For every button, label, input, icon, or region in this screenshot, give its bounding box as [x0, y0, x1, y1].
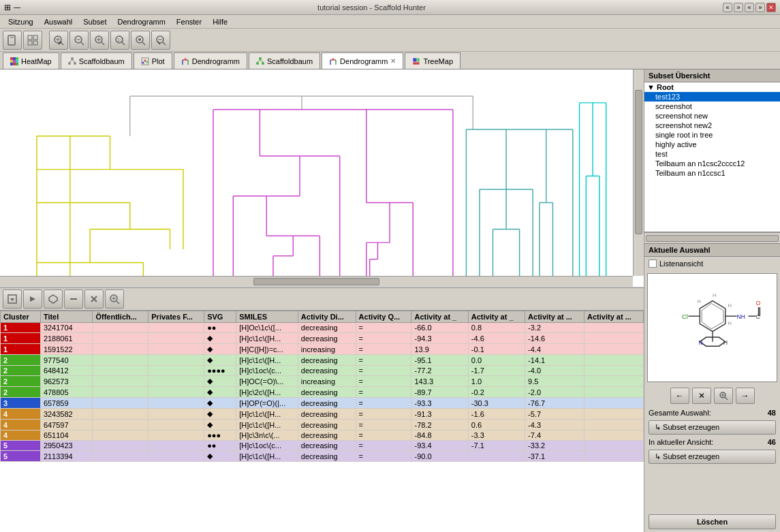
- zoom-button[interactable]: [105, 290, 124, 309]
- export-button[interactable]: [3, 290, 22, 309]
- col-actat3[interactable]: Activity at ...: [525, 311, 584, 323]
- zoom-out2-button[interactable]: [151, 31, 170, 50]
- subset-erzeugen-btn1[interactable]: ↳ Subset erzeugen: [649, 420, 776, 435]
- minimize-icon[interactable]: —: [14, 3, 20, 11]
- subset-item[interactable]: screenshot new2: [644, 121, 780, 130]
- col-actat2[interactable]: Activity at _: [468, 311, 525, 323]
- subset-item[interactable]: screenshot new: [644, 111, 780, 121]
- table-row[interactable]: 52950423●●[H]c\1oc\(c...decreasing=-93.4…: [1, 441, 644, 451]
- dendro-scroll-thumb-v[interactable]: [635, 90, 642, 234]
- table-row[interactable]: 11591522◆[H]C([H])=c...increasing=13.9-0…: [1, 344, 644, 355]
- menu-dendrogramm[interactable]: Dendrogramm: [112, 17, 171, 27]
- menu-sitzung[interactable]: Sitzung: [3, 17, 39, 27]
- menu-subset[interactable]: Subset: [78, 17, 112, 27]
- zoom-fit-button[interactable]: 1:1: [110, 31, 129, 50]
- cell-1: 2113394: [40, 451, 93, 462]
- table-row[interactable]: 2478805◆[H]c\2c\([H...decreasing=-89.7-0…: [1, 387, 644, 398]
- menu-auswahl[interactable]: Auswahl: [39, 17, 78, 27]
- tab-scaffoldbaum2[interactable]: Scaffoldbaum: [249, 52, 320, 69]
- zoom-in-button[interactable]: [49, 31, 68, 50]
- svg-rect-35: [16, 63, 18, 65]
- dendro-scrollbar-horizontal[interactable]: [0, 276, 633, 287]
- tab-treemap-label: TreeMap: [423, 57, 453, 65]
- tab-scaffoldbaum1[interactable]: Scaffoldbaum: [61, 52, 132, 69]
- subset-item[interactable]: screenshot: [644, 101, 780, 111]
- zoom-in2-button[interactable]: [90, 31, 109, 50]
- cell-2: [93, 344, 149, 355]
- table-row[interactable]: 2962573◆[H]OC(=O)\...increasing=143.31.0…: [1, 376, 644, 387]
- subset-tree[interactable]: ▼ Root test123screenshotscreenshot newsc…: [644, 82, 780, 232]
- selection-prev-button[interactable]: ←: [670, 388, 689, 404]
- cell-5: [H]c\1oc\(c...: [236, 441, 298, 451]
- cell-3: [149, 366, 204, 376]
- tab-plot[interactable]: Plot: [134, 52, 172, 69]
- selection-close-button[interactable]: ✕: [692, 388, 711, 404]
- subset-item[interactable]: test123: [644, 92, 780, 101]
- dendrogram-area[interactable]: [0, 69, 644, 287]
- subset-item[interactable]: single root in tree: [644, 130, 780, 140]
- win-btn-3[interactable]: «: [745, 3, 754, 12]
- table-scroll[interactable]: Cluster Titel Öffentlich... Privates F..…: [0, 311, 644, 532]
- subset-item[interactable]: Teilbaum an n1csc2cccc12: [644, 159, 780, 168]
- table-row[interactable]: 52113394◆[H]c\1c\([H...decreasing=-90.0-…: [1, 451, 644, 462]
- win-btn-1[interactable]: «: [723, 3, 732, 12]
- win-btn-2[interactable]: »: [734, 3, 743, 12]
- listenansicht-checkbox[interactable]: [649, 260, 657, 268]
- subset-scroll-thumb[interactable]: [646, 235, 779, 242]
- dendro-scrollbar-vertical[interactable]: [633, 69, 644, 276]
- col-smiles[interactable]: SMILES: [236, 311, 298, 323]
- col-actq[interactable]: Activity Q...: [356, 311, 411, 323]
- tab-treemap[interactable]: TreeMap: [405, 52, 461, 69]
- subset-root-item[interactable]: ▼ Root: [644, 82, 780, 92]
- tab-dendrogramm2[interactable]: Dendrogramm ✕: [322, 52, 403, 69]
- col-cluster[interactable]: Cluster: [1, 311, 41, 323]
- tab-heatmap[interactable]: HeatMap: [3, 52, 59, 69]
- leaf-button[interactable]: [44, 290, 63, 309]
- col-oeffentlich[interactable]: Öffentlich...: [93, 311, 149, 323]
- new-button[interactable]: [3, 31, 22, 50]
- close-btn[interactable]: ✕: [766, 3, 776, 12]
- svg-text:H: H: [723, 339, 727, 346]
- zoom-out-button[interactable]: [69, 31, 89, 50]
- table-row[interactable]: 12188061◆[H]c\1c\([H...decreasing=-94.3-…: [1, 333, 644, 344]
- tab-close-dendrogramm2[interactable]: ✕: [390, 57, 396, 65]
- subset-item[interactable]: test: [644, 149, 780, 159]
- subset-item[interactable]: highly active: [644, 140, 780, 149]
- cell-10: -14.6: [525, 333, 584, 344]
- col-privates[interactable]: Privates F...: [149, 311, 204, 323]
- svg-point-43: [144, 59, 146, 61]
- table-row[interactable]: 13241704●●[H]Oc\1c\([...decreasing=-66.0…: [1, 323, 644, 333]
- dendro-scroll-thumb-h[interactable]: [253, 278, 380, 285]
- table-row[interactable]: 43243582◆[H]c\1c\([H...decreasing=-91.3-…: [1, 409, 644, 420]
- menu-fenster[interactable]: Fenster: [171, 17, 207, 27]
- selection-next-button[interactable]: →: [736, 388, 755, 404]
- zoom-reset-button[interactable]: [131, 31, 150, 50]
- col-titel[interactable]: Titel: [40, 311, 93, 323]
- selection-options: Listenansicht: [644, 257, 780, 270]
- col-actdi[interactable]: Activity Di...: [298, 311, 356, 323]
- selection-zoom-button[interactable]: [714, 388, 733, 404]
- subset-erzeugen-btn2[interactable]: ↳ Subset erzeugen: [649, 450, 776, 464]
- table-row[interactable]: 2977540◆[H]c\1c\([H...decreasing=-95.10.…: [1, 355, 644, 366]
- table-row[interactable]: 2648412●●●●[H]c\1oc\(c...decreasing=-77.…: [1, 366, 644, 376]
- minus-button[interactable]: [64, 290, 83, 309]
- open-button[interactable]: [23, 31, 42, 50]
- tab-dendrogramm1[interactable]: Dendrogramm: [174, 52, 247, 69]
- table-row[interactable]: 4651104●●●[H]c\3n\c\(...decreasing=-84.8…: [1, 431, 644, 441]
- subset-item[interactable]: Teilbaum an n1ccsc1: [644, 168, 780, 178]
- col-svg[interactable]: SVG: [204, 311, 236, 323]
- table-row[interactable]: 4647597◆[H]c\1c\([H...decreasing=-78.20.…: [1, 420, 644, 431]
- menu-hilfe[interactable]: Hilfe: [207, 17, 233, 27]
- forward-button[interactable]: [23, 290, 42, 309]
- cell-8: -90.0: [411, 451, 468, 462]
- tree-icon2: [256, 57, 264, 65]
- win-btn-4[interactable]: »: [755, 3, 765, 12]
- subset-scrollbar[interactable]: [644, 232, 780, 243]
- x-button[interactable]: [84, 290, 104, 309]
- table-row[interactable]: 3657859◆[H]OP(=O)(|...decreasing=-93.3-3…: [1, 398, 644, 409]
- cell-6: decreasing: [298, 366, 356, 376]
- col-actat1[interactable]: Activity at _: [411, 311, 468, 323]
- col-actat4[interactable]: Activity at ...: [584, 311, 644, 323]
- loeschen-button[interactable]: Löschen: [649, 514, 776, 529]
- cell-2: [93, 431, 149, 441]
